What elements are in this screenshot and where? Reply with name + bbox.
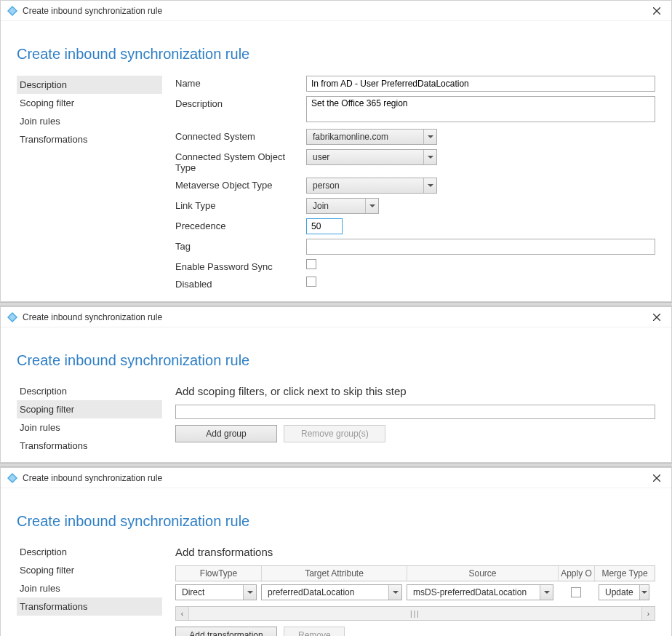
label-link-type: Link Type xyxy=(175,198,306,211)
th-merge-type: Merge Type xyxy=(595,566,655,581)
description-input[interactable] xyxy=(306,96,655,122)
chevron-down-icon xyxy=(423,130,436,144)
merge-type-value: Update xyxy=(599,587,639,597)
horizontal-scrollbar[interactable]: ‹ ||| › xyxy=(175,606,655,621)
titlebar: Create inbound synchronization rule xyxy=(1,468,671,488)
sidebar-item-description[interactable]: Description xyxy=(17,76,162,94)
sidebar-item-join-rules[interactable]: Join rules xyxy=(17,579,162,597)
cs-object-type-combo[interactable]: user xyxy=(306,149,437,165)
name-input[interactable] xyxy=(306,76,655,92)
scroll-right-icon[interactable]: › xyxy=(641,607,655,620)
sidebar-item-scoping-filter[interactable]: Scoping filter xyxy=(17,400,162,418)
page-heading: Create inbound synchronization rule xyxy=(17,513,655,530)
titlebar: Create inbound synchronization rule xyxy=(1,1,671,21)
remove-groups-button[interactable]: Remove group(s) xyxy=(284,425,385,442)
transformations-row: Direct preferredDataLocation msDS-prefer… xyxy=(175,581,655,603)
connected-system-value: fabrikamonline.com xyxy=(307,132,423,142)
target-attribute-value: preferredDataLocation xyxy=(262,587,388,597)
titlebar: Create inbound synchronization rule xyxy=(1,307,671,327)
label-cs-object-type: Connected System Object Type xyxy=(175,149,306,173)
chevron-down-icon xyxy=(423,178,436,193)
tag-input[interactable] xyxy=(306,239,655,255)
scroll-left-icon[interactable]: ‹ xyxy=(176,607,189,620)
label-connected-system: Connected System xyxy=(175,129,306,142)
window-title: Create inbound synchronization rule xyxy=(23,6,648,16)
window-description: Create inbound synchronization rule Crea… xyxy=(0,0,672,302)
sidebar-item-scoping-filter[interactable]: Scoping filter xyxy=(17,561,162,579)
add-transformation-button[interactable]: Add transformation xyxy=(175,627,277,636)
sidebar-item-join-rules[interactable]: Join rules xyxy=(17,418,162,437)
label-enable-password-sync: Enable Password Sync xyxy=(175,259,306,272)
page-heading: Create inbound synchronization rule xyxy=(17,352,655,369)
close-button[interactable] xyxy=(648,469,665,487)
target-attribute-combo[interactable]: preferredDataLocation xyxy=(261,584,402,600)
chevron-down-icon xyxy=(388,585,401,600)
flow-type-value: Direct xyxy=(176,587,243,597)
window-transformations: Create inbound synchronization rule Crea… xyxy=(0,467,672,636)
remove-button[interactable]: Remove xyxy=(284,627,345,636)
sidebar-item-description[interactable]: Description xyxy=(17,382,162,400)
sidebar-item-scoping-filter[interactable]: Scoping filter xyxy=(17,94,162,112)
app-icon xyxy=(7,311,18,323)
window-scoping-filter: Create inbound synchronization rule Crea… xyxy=(0,306,672,463)
chevron-down-icon xyxy=(243,585,256,600)
transformations-table-header: FlowType Target Attribute Source Apply O… xyxy=(175,565,655,581)
sidebar-item-description[interactable]: Description xyxy=(17,543,162,561)
close-button[interactable] xyxy=(648,2,665,20)
label-precedence: Precedence xyxy=(175,218,306,231)
sidebar: Description Scoping filter Join rules Tr… xyxy=(17,76,162,148)
section-title: Add transformations xyxy=(175,546,655,558)
label-name: Name xyxy=(175,76,306,89)
window-title: Create inbound synchronization rule xyxy=(23,473,648,483)
sidebar: Description Scoping filter Join rules Tr… xyxy=(17,382,162,455)
disabled-checkbox[interactable] xyxy=(306,277,316,287)
form-area: Name Description Connected System fabrik… xyxy=(175,76,655,294)
cs-object-type-value: user xyxy=(307,152,423,162)
sidebar-item-join-rules[interactable]: Join rules xyxy=(17,112,162,130)
chevron-down-icon xyxy=(540,585,553,600)
sidebar: Description Scoping filter Join rules Tr… xyxy=(17,543,162,616)
close-button[interactable] xyxy=(648,309,665,326)
sidebar-item-transformations[interactable]: Transformations xyxy=(17,597,162,616)
link-type-combo[interactable]: Join xyxy=(306,198,379,214)
th-source: Source xyxy=(407,566,559,581)
flow-type-combo[interactable]: Direct xyxy=(175,584,257,600)
source-combo[interactable]: msDS-preferredDataLocation xyxy=(407,584,553,600)
app-icon xyxy=(7,5,18,17)
groups-empty-input[interactable] xyxy=(175,405,655,419)
th-target-attribute: Target Attribute xyxy=(262,566,407,581)
sidebar-item-transformations[interactable]: Transformations xyxy=(17,130,162,148)
th-apply-once: Apply O xyxy=(559,566,595,581)
label-mv-object-type: Metaverse Object Type xyxy=(175,178,306,191)
label-tag: Tag xyxy=(175,239,306,252)
app-icon xyxy=(7,472,18,484)
th-flow-type: FlowType xyxy=(176,566,262,581)
enable-password-sync-checkbox[interactable] xyxy=(306,259,316,269)
window-title: Create inbound synchronization rule xyxy=(23,312,648,322)
precedence-input[interactable] xyxy=(306,218,343,234)
label-description: Description xyxy=(175,96,306,109)
form-area: Add scoping filters, or click next to sk… xyxy=(175,382,655,442)
sidebar-item-transformations[interactable]: Transformations xyxy=(17,437,162,455)
chevron-down-icon xyxy=(365,199,378,213)
scroll-track[interactable]: ||| xyxy=(189,607,641,620)
apply-once-checkbox[interactable] xyxy=(571,587,581,597)
label-disabled: Disabled xyxy=(175,277,306,290)
source-value: msDS-preferredDataLocation xyxy=(407,587,540,597)
chevron-down-icon xyxy=(423,150,436,164)
merge-type-combo[interactable]: Update xyxy=(599,584,649,600)
section-title: Add scoping filters, or click next to sk… xyxy=(175,385,655,397)
link-type-value: Join xyxy=(307,201,365,211)
connected-system-combo[interactable]: fabrikamonline.com xyxy=(306,129,437,145)
chevron-down-icon xyxy=(639,585,649,600)
mv-object-type-combo[interactable]: person xyxy=(306,178,437,194)
add-group-button[interactable]: Add group xyxy=(175,425,277,442)
page-heading: Create inbound synchronization rule xyxy=(17,46,655,63)
mv-object-type-value: person xyxy=(307,180,423,191)
form-area: Add transformations FlowType Target Attr… xyxy=(175,543,655,636)
